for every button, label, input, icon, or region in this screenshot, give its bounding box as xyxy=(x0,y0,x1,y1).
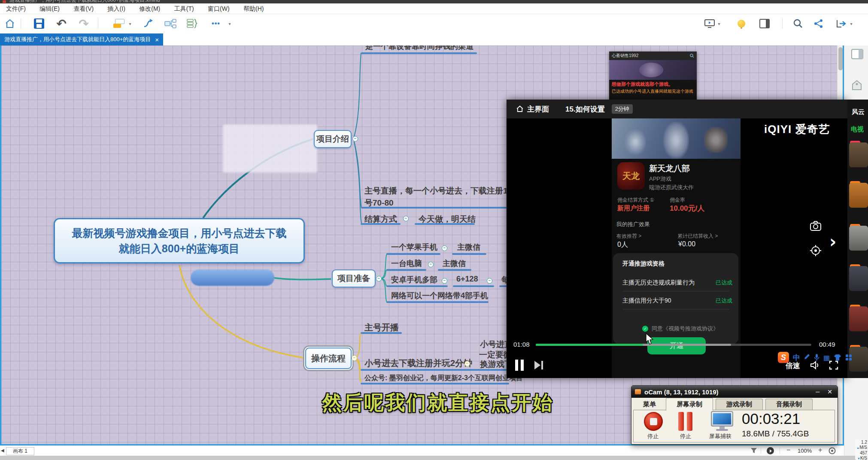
menu-modify[interactable]: 修改(M) xyxy=(139,3,160,14)
undo-button[interactable]: ↶ xyxy=(55,17,68,30)
outline-button[interactable] xyxy=(185,17,198,30)
agreement-text[interactable]: 同意《视频号推游戏协议》 xyxy=(652,325,719,333)
menu-edit[interactable]: 编辑(E) xyxy=(39,3,60,14)
locate-center-button[interactable] xyxy=(767,447,774,454)
flow-child2[interactable]: 小号进去下载注册并玩2分钟 xyxy=(364,357,472,369)
topic-intro[interactable]: 项目介绍 xyxy=(314,130,352,148)
structure-caret[interactable]: ▾ xyxy=(127,17,133,30)
sogou-input-bar[interactable]: S 中 ▦ xyxy=(778,351,858,364)
prep-row3-b[interactable]: 6+128 xyxy=(456,275,478,284)
sogou-logo-icon[interactable]: S xyxy=(778,352,789,363)
structure-button[interactable] xyxy=(112,17,125,30)
scroll-left-arrow[interactable]: ◀ xyxy=(1,448,4,453)
share-button[interactable] xyxy=(812,17,825,30)
prep-row1-b[interactable]: 主微信 xyxy=(457,242,480,252)
menu-help[interactable]: 帮助(H) xyxy=(243,3,264,14)
panel-toggle-icon[interactable] xyxy=(851,49,863,59)
zoom-in-button[interactable]: + xyxy=(818,446,822,454)
video-player-overlay[interactable]: 主界面 15.如何设置 2分钟 iQIYI 爱奇艺 天龙 新天龙八部 APP游戏… xyxy=(507,100,847,378)
home-icon[interactable] xyxy=(516,105,524,113)
next-episode-button[interactable] xyxy=(533,360,544,372)
relationship-button[interactable] xyxy=(142,17,155,30)
sogou-pen-icon[interactable] xyxy=(804,354,810,361)
sogou-keyboard-icon[interactable]: ▦ xyxy=(823,354,830,362)
rank-thumbnail[interactable] xyxy=(849,142,868,167)
ocam-titlebar[interactable]: oCam (8, 13, 1912, 1019) – ✕ xyxy=(631,386,838,398)
ocam-window[interactable]: oCam (8, 13, 1912, 1019) – ✕ 菜单 屏幕录制 游戏录… xyxy=(631,385,838,445)
ocam-menu-button[interactable]: 菜单 xyxy=(635,399,664,410)
flow-child1[interactable]: 主号开播 xyxy=(364,322,399,333)
rank-thumbnail[interactable] xyxy=(849,266,868,291)
nav-episode-label[interactable]: 15.如何设置 xyxy=(565,104,605,114)
presentation-caret[interactable]: ▾ xyxy=(716,17,722,30)
node-insert-button[interactable] xyxy=(164,17,177,30)
sogou-lang-icon[interactable]: 中 xyxy=(793,353,800,363)
close-button[interactable]: ✕ xyxy=(827,388,832,395)
pause-record-button[interactable] xyxy=(678,412,692,431)
collapse-icon[interactable]: − xyxy=(352,136,358,142)
agreement-checkbox[interactable]: ✓ xyxy=(642,326,648,332)
ocam-tab-audio-record[interactable]: 音频录制 xyxy=(765,399,813,410)
collapse-icon[interactable]: − xyxy=(403,216,409,221)
idea-button[interactable] xyxy=(735,17,748,30)
sogou-skin-icon[interactable] xyxy=(834,354,841,361)
style-tag-icon[interactable] xyxy=(851,80,862,91)
nav-home-label[interactable]: 主界面 xyxy=(527,104,549,114)
subtopic-intro-overview[interactable]: 是一个靠设备靠时间挣钱的渠道 xyxy=(365,45,473,51)
activate-button[interactable]: 开通 xyxy=(647,337,706,354)
export-button[interactable] xyxy=(835,17,847,30)
zoom-level[interactable]: 100% xyxy=(798,448,812,454)
save-button[interactable] xyxy=(33,17,46,30)
progress-track[interactable] xyxy=(536,344,811,346)
iqiyi-sidebar-strip[interactable]: 风云 电视 1 2 3 4 5 6 xyxy=(847,100,868,378)
network-speed-widget[interactable]: 1.2 ▲M/S 457 ▼K/S xyxy=(855,439,868,460)
ocam-tab-screen-record[interactable]: 屏幕录制 xyxy=(666,398,713,411)
screenshot-camera-icon[interactable] xyxy=(810,221,822,232)
screen-capture-button[interactable] xyxy=(709,411,736,432)
filter-icon[interactable] xyxy=(750,448,757,454)
rank-thumbnail[interactable] xyxy=(849,306,868,331)
search-button[interactable] xyxy=(792,17,804,30)
mini-preview-window[interactable]: 心斋销售1992 想做那个游戏就选那个游戏。 已达成功的小号进入直播间就能见这个… xyxy=(609,51,697,100)
menu-tools[interactable]: 工具(T) xyxy=(174,3,194,14)
tab-close-icon[interactable]: × xyxy=(155,36,159,43)
prep-row3-a[interactable]: 安卓手机多部 xyxy=(391,275,437,285)
collapse-icon[interactable]: − xyxy=(376,276,382,281)
sogou-mic-icon[interactable] xyxy=(814,354,819,361)
prep-row2-b[interactable]: 主微信 xyxy=(443,258,466,269)
canvas-tab[interactable]: 画布 1 xyxy=(6,447,34,455)
collapse-icon[interactable]: − xyxy=(352,355,357,361)
rank-thumbnail[interactable] xyxy=(849,183,868,208)
scrollbar-thumb[interactable] xyxy=(838,47,843,70)
subtopic-live-line1[interactable]: 主号直播，每一个小号进去，下载注册10-1 xyxy=(364,185,519,197)
collapse-icon[interactable]: − xyxy=(442,278,447,284)
prep-row1-a[interactable]: 一个苹果手机 xyxy=(391,242,437,252)
collapse-icon[interactable]: − xyxy=(442,245,447,251)
menu-view[interactable]: 查看(V) xyxy=(73,3,94,14)
fit-view-icon[interactable] xyxy=(829,447,836,454)
prep-row2-a[interactable]: 一台电脑 xyxy=(391,258,422,269)
home-button[interactable] xyxy=(3,17,16,30)
next-panel-arrow[interactable]: › xyxy=(829,232,836,251)
prep-row4-a[interactable]: 网络可以一个网络带4部手机 xyxy=(391,291,488,301)
minimize-button[interactable]: – xyxy=(816,388,819,396)
rank-thumbnail[interactable] xyxy=(849,226,868,251)
collapse-icon[interactable]: − xyxy=(428,262,434,267)
collapse-icon[interactable]: − xyxy=(464,361,470,366)
pause-button[interactable] xyxy=(515,360,524,371)
sogou-toolbox-icon[interactable] xyxy=(845,354,852,361)
zoom-out-button[interactable]: − xyxy=(786,446,790,454)
sidebar-tab-tv[interactable]: 电视 xyxy=(851,125,864,133)
redo-button[interactable]: ↷ xyxy=(77,17,90,30)
more-caret[interactable]: ▾ xyxy=(227,17,233,30)
settings-target-icon[interactable] xyxy=(810,245,822,257)
flow-child3[interactable]: 公众号: 墨羽创业记，每周更新2-3个互联网创业项目 xyxy=(364,374,523,383)
collapse-icon[interactable]: − xyxy=(487,278,492,284)
topic-workflow[interactable]: 操作流程 xyxy=(305,348,352,369)
presentation-button[interactable] xyxy=(703,17,716,30)
menu-file[interactable]: 文件(F) xyxy=(6,3,26,14)
format-panel-button[interactable] xyxy=(758,17,771,30)
menu-insert[interactable]: 插入(I) xyxy=(108,3,125,14)
ocam-tab-game-record[interactable]: 游戏录制 xyxy=(716,399,763,410)
topic-preparation[interactable]: 项目准备 xyxy=(332,269,376,288)
